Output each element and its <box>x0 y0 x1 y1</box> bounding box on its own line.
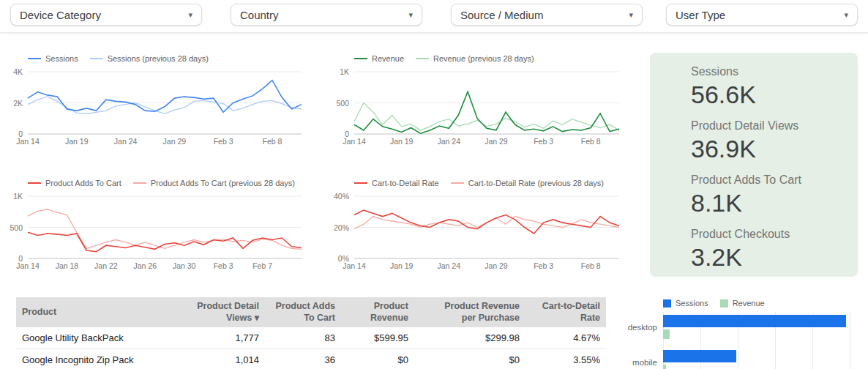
x-axis-tick-label: Jan 29 <box>484 137 508 146</box>
bar-category-label: desktop <box>622 323 657 332</box>
metric-value: 36.9K <box>691 133 858 164</box>
legend-item: Product Adds To Cart (previous 28 days) <box>133 179 295 187</box>
x-axis-tick-label: Jan 22 <box>94 261 118 270</box>
chevron-down-icon: ▾ <box>629 10 633 20</box>
filter-label: Device Category <box>20 9 101 21</box>
table-row: Google Utility BackPack1,77783$599.95$29… <box>16 327 606 349</box>
column-header[interactable]: Product Revenue per Purchase <box>414 297 525 327</box>
legend-item: Cart-to-Detail Rate (previous 28 days) <box>451 179 604 187</box>
x-axis-tick-label: Feb 3 <box>534 137 553 146</box>
legend-swatch-icon <box>720 299 728 308</box>
filter-country[interactable]: Country ▾ <box>231 4 422 26</box>
chart-legend: Product Adds To CartProduct Adds To Cart… <box>3 176 307 190</box>
x-axis-tick-label: Jan 19 <box>390 261 414 270</box>
bar-desktop-sessions <box>663 315 846 327</box>
metric-cell: $299.98 <box>414 327 525 349</box>
series-line <box>354 103 619 130</box>
line-chart-svg: 05001KJan 14Jan 18Jan 22Jan 26Jan 30Feb … <box>3 190 307 272</box>
column-header[interactable]: Cart-to-Detail Rate <box>525 297 606 327</box>
legend-swatch-icon <box>354 58 367 59</box>
x-axis-tick-label: Jan 14 <box>343 261 366 270</box>
x-axis-tick-label: Feb 3 <box>214 137 233 146</box>
series-line <box>28 81 302 113</box>
metric-product-detail-views: Product Detail Views 36.9K <box>691 119 858 164</box>
legend-item: Revenue <box>720 299 765 308</box>
chart-plot: 0%20%40%Jan 14Jan 19Jan 24Jan 29Feb 3Feb… <box>329 190 625 272</box>
y-axis-tick-label: 40% <box>334 192 349 201</box>
metric-product-checkouts: Product Checkouts 3.2K <box>691 227 858 272</box>
legend-item: Sessions <box>28 54 78 63</box>
y-axis-tick-label: 500 <box>10 223 23 232</box>
legend-label: Revenue <box>733 299 765 308</box>
metric-cell: $599.95 <box>341 327 414 349</box>
column-header[interactable]: Product Revenue <box>341 297 414 327</box>
dashboard-page: { "filters": [ {"label": "Device Categor… <box>0 0 868 369</box>
series-line <box>354 92 619 133</box>
x-axis-tick-label: Jan 30 <box>173 261 196 270</box>
legend-item: Product Adds To Cart <box>28 179 121 187</box>
x-axis-tick-label: Jan 14 <box>16 261 40 270</box>
column-header[interactable]: Product Detail Views ▾ <box>183 297 265 327</box>
filter-label: Source / Medium <box>460 9 543 21</box>
legend-label: Sessions <box>676 299 708 308</box>
chart-legend: SessionsSessions (previous 28 days) <box>3 51 307 66</box>
x-axis-tick-label: Jan 18 <box>56 261 79 270</box>
column-header[interactable]: Product <box>16 297 183 327</box>
legend-label: Cart-to-Detail Rate <box>372 179 439 187</box>
metric-cell: 1,014 <box>183 349 265 369</box>
legend-label: Sessions (previous 28 days) <box>108 54 209 63</box>
chart-legend: Cart-to-Detail RateCart-to-Detail Rate (… <box>329 176 625 190</box>
metric-product-adds-to-cart: Product Adds To Cart 8.1K <box>691 173 858 218</box>
metric-cell: 4.67% <box>525 327 606 349</box>
adds-to-cart-chart: Product Adds To CartProduct Adds To Cart… <box>3 176 307 272</box>
legend-label: Cart-to-Detail Rate (previous 28 days) <box>468 179 604 187</box>
x-axis-tick-label: Jan 26 <box>134 261 157 270</box>
line-chart-svg: 0%20%40%Jan 14Jan 19Jan 24Jan 29Feb 3Feb… <box>329 190 625 272</box>
legend-label: Revenue (previous 28 days) <box>433 54 534 63</box>
legend-swatch-icon <box>354 182 367 184</box>
filter-label: User Type <box>676 9 725 21</box>
metric-value: 8.1K <box>691 187 858 218</box>
x-axis-tick-label: Feb 8 <box>581 137 601 146</box>
legend-label: Revenue <box>372 54 404 63</box>
legend-swatch-icon <box>90 58 103 59</box>
x-axis-tick-label: Jan 19 <box>390 137 414 146</box>
series-line <box>28 97 302 113</box>
filter-user-type[interactable]: User Type ▾ <box>666 4 858 26</box>
y-axis-tick-label: 20% <box>334 223 349 232</box>
filter-bar: Device Category ▾ Country ▾ Source / Med… <box>0 0 868 33</box>
revenue-chart: RevenueRevenue (previous 28 days) 05001K… <box>329 51 625 148</box>
line-chart-svg: 02K4KJan 14Jan 19Jan 24Jan 29Feb 3Feb 8 <box>3 66 307 148</box>
legend-item: Cart-to-Detail Rate <box>354 179 439 187</box>
x-axis-tick-label: Feb 3 <box>214 261 233 270</box>
metric-cell: 36 <box>265 349 341 369</box>
y-axis-tick-label: 500 <box>336 99 349 108</box>
bar-mobile-revenue <box>663 365 666 369</box>
filter-source-medium[interactable]: Source / Medium ▾ <box>451 4 643 26</box>
legend-swatch-icon <box>416 58 429 59</box>
x-axis-tick-label: Jan 14 <box>343 137 366 146</box>
x-axis-tick-label: Feb 7 <box>252 261 272 270</box>
filter-label: Country <box>240 9 279 21</box>
x-axis-tick-label: Feb 8 <box>581 261 601 270</box>
chart-plot: 05001KJan 14Jan 18Jan 22Jan 26Jan 30Feb … <box>3 190 307 272</box>
legend-swatch-icon <box>28 182 41 184</box>
bar-category-label: mobile <box>622 358 657 367</box>
chart-legend: RevenueRevenue (previous 28 days) <box>329 51 625 66</box>
sessions-chart: SessionsSessions (previous 28 days) 02K4… <box>3 51 307 148</box>
chart-plot: 02K4KJan 14Jan 19Jan 24Jan 29Feb 3Feb 8 <box>3 66 307 148</box>
chart-plot: 05001KJan 14Jan 19Jan 24Jan 29Feb 3Feb 8 <box>329 66 625 148</box>
metric-sessions: Sessions 56.6K <box>691 64 858 110</box>
legend-swatch-icon <box>133 182 146 184</box>
legend-item: Sessions (previous 28 days) <box>90 54 209 63</box>
y-axis-tick-label: 4K <box>13 67 23 76</box>
column-header[interactable]: Product Adds To Cart <box>265 297 341 327</box>
y-axis-tick-label: 2K <box>13 99 23 108</box>
filter-device-category[interactable]: Device Category ▾ <box>10 4 202 26</box>
bar-group: desktop <box>663 312 850 342</box>
product-table-section: ProductProduct Detail Views ▾Product Add… <box>16 297 606 369</box>
summary-scorecard: Sessions 56.6K Product Detail Views 36.9… <box>650 53 858 277</box>
x-axis-tick-label: Jan 24 <box>114 137 138 146</box>
metric-cell: 3.55% <box>525 349 606 369</box>
metric-label: Sessions <box>691 64 858 79</box>
